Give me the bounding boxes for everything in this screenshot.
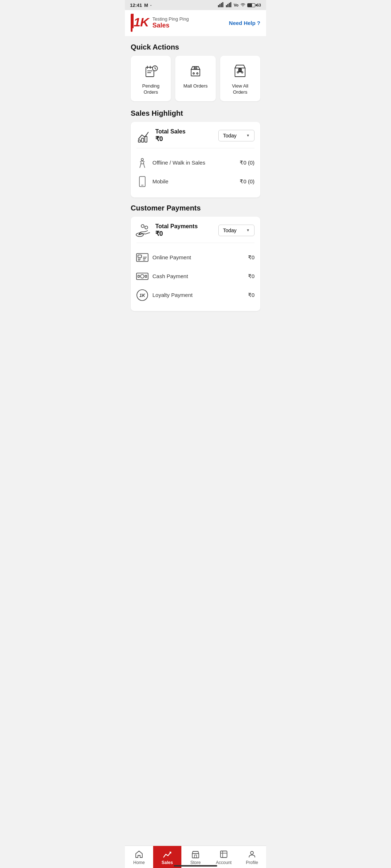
total-sales-title: Total Sales — [155, 128, 185, 135]
total-sales-icon — [136, 128, 151, 143]
mobile-icon — [136, 176, 148, 187]
main-content: Quick Actions PendingOrders — [125, 37, 266, 340]
signal-icon-2 — [226, 2, 232, 8]
view-all-orders-label: View AllOrders — [232, 83, 248, 95]
svg-point-36 — [145, 226, 148, 229]
offline-walkin-label: Offline / Walk in Sales — [152, 159, 205, 166]
sales-period-dropdown[interactable]: Today ▼ — [218, 130, 255, 141]
dropdown-arrow-icon: ▼ — [246, 133, 250, 137]
svg-rect-4 — [226, 5, 227, 7]
offline-walkin-icon — [136, 157, 148, 169]
svg-rect-31 — [145, 136, 147, 142]
loyalty-payment-row: 1K Loyalty Payment ₹0 — [136, 286, 255, 305]
online-payment-label: Online Payment — [152, 254, 191, 260]
svg-rect-1 — [219, 4, 220, 7]
svg-rect-0 — [218, 5, 219, 7]
svg-point-35 — [141, 225, 144, 227]
loyalty-payment-label: Loyalty Payment — [152, 292, 193, 298]
signal-icon — [218, 2, 224, 8]
cash-payment-icon — [136, 271, 148, 282]
dropdown-arrow-icon-2: ▼ — [246, 228, 250, 232]
status-time: 12:41 — [130, 3, 142, 8]
sales-highlight-card: Total Sales ₹0 Today ▼ — [131, 122, 260, 197]
pending-orders-icon — [143, 63, 159, 79]
logo: 1K — [131, 14, 149, 32]
svg-point-46 — [140, 275, 144, 278]
customer-payments-card: Total Payments ₹0 Today ▼ — [131, 217, 260, 311]
total-payments-value: ₹0 — [155, 230, 198, 238]
offline-walkin-row: Offline / Walk in Sales ₹0 (0) — [136, 153, 255, 172]
payments-card-divider — [136, 243, 255, 243]
quick-action-view-all-orders[interactable]: View AllOrders — [220, 56, 260, 101]
customer-payments-title: Customer Payments — [125, 197, 266, 217]
payments-period-dropdown[interactable]: Today ▼ — [218, 225, 255, 236]
loyalty-payment-value: ₹0 — [248, 292, 255, 298]
svg-rect-39 — [138, 255, 142, 258]
view-all-orders-icon — [232, 63, 248, 79]
quick-action-mall-orders[interactable]: Mall Orders — [175, 56, 215, 101]
svg-point-15 — [193, 73, 194, 74]
cash-payment-value: ₹0 — [248, 273, 255, 280]
mobile-value: ₹0 (0) — [240, 178, 255, 185]
total-payments-title: Total Payments — [155, 223, 198, 230]
svg-rect-14 — [191, 69, 200, 76]
loyalty-payment-icon: 1K — [136, 289, 148, 301]
svg-rect-48 — [145, 275, 147, 277]
svg-rect-3 — [222, 2, 223, 7]
need-help-button[interactable]: Need Help ? — [229, 20, 260, 26]
battery-percent: 63 — [257, 3, 261, 7]
dot-icon: · — [150, 3, 152, 8]
online-payment-value: ₹0 — [248, 254, 255, 261]
online-payment-row: Online Payment ₹0 — [136, 248, 255, 267]
svg-rect-30 — [142, 138, 144, 142]
quick-actions-title: Quick Actions — [125, 37, 266, 56]
wifi-icon — [240, 3, 246, 8]
quick-action-pending-orders[interactable]: PendingOrders — [131, 56, 171, 101]
battery-icon — [247, 3, 255, 7]
svg-text:1K: 1K — [139, 293, 146, 298]
status-icons: Vo 63 — [218, 2, 261, 8]
online-payment-icon — [136, 252, 148, 263]
cash-payment-row: Cash Payment ₹0 — [136, 267, 255, 286]
svg-rect-29 — [138, 140, 140, 142]
header-title: Sales — [152, 22, 189, 29]
svg-point-32 — [141, 158, 143, 161]
total-payments-icon — [136, 223, 151, 238]
app-header: 1K Testing Ping Ping Sales Need Help ? — [125, 10, 266, 37]
offline-walkin-value: ₹0 (0) — [240, 159, 255, 166]
svg-rect-7 — [230, 2, 231, 7]
mall-orders-icon — [188, 63, 203, 79]
mobile-label: Mobile — [152, 178, 168, 184]
sales-highlight-title: Sales Highlight — [125, 103, 266, 122]
svg-point-16 — [197, 73, 198, 74]
header-subtitle: Testing Ping Ping — [152, 16, 189, 22]
mall-orders-label: Mall Orders — [183, 83, 207, 89]
logo-text: 1K — [133, 14, 151, 31]
card-divider — [136, 148, 255, 148]
quick-actions-grid: PendingOrders Mall Orders — [125, 56, 266, 103]
svg-rect-5 — [227, 4, 228, 7]
cash-payment-label: Cash Payment — [152, 273, 188, 279]
svg-rect-2 — [221, 3, 222, 7]
vo-wifi-label: Vo — [234, 3, 239, 7]
status-bar: 12:41 M · Vo — [125, 0, 266, 10]
svg-rect-47 — [138, 275, 139, 277]
pending-orders-label: PendingOrders — [142, 83, 160, 95]
svg-rect-6 — [229, 3, 230, 7]
mobile-row: Mobile ₹0 (0) — [136, 172, 255, 191]
email-icon: M — [144, 3, 148, 8]
svg-text:1K: 1K — [134, 15, 150, 29]
total-sales-value: ₹0 — [155, 135, 185, 143]
